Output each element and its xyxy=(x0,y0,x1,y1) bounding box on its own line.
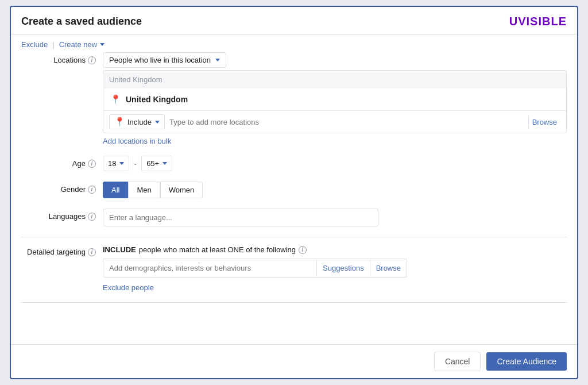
location-selected-name: United Kingdom xyxy=(126,95,188,104)
location-search-hint: United Kingdom xyxy=(103,71,566,88)
detailed-targeting-row: Detailed targeting i INCLUDE people who … xyxy=(21,245,567,292)
locations-info-icon[interactable]: i xyxy=(88,56,96,64)
include-pin-icon: 📍 xyxy=(114,117,125,127)
age-dash: - xyxy=(134,159,137,168)
include-keyword: INCLUDE xyxy=(103,245,136,254)
cancel-button[interactable]: Cancel xyxy=(434,352,481,371)
gender-all-button[interactable]: All xyxy=(103,182,128,198)
exclude-link[interactable]: Exclude xyxy=(21,40,48,49)
gender-info-icon[interactable]: i xyxy=(88,186,96,194)
location-selected-item: 📍 United Kingdom xyxy=(103,88,566,111)
languages-row: Languages i xyxy=(21,209,567,226)
languages-control xyxy=(103,209,567,226)
age-max-value: 65+ xyxy=(146,159,159,168)
chevron-down-icon xyxy=(100,43,105,46)
include-chevron-icon xyxy=(155,121,160,124)
age-min-value: 18 xyxy=(108,159,116,168)
create-audience-dialog: Create a saved audience UVISIBLE Exclude… xyxy=(10,6,578,379)
age-control: 18 - 65+ xyxy=(103,156,567,171)
location-box: United Kingdom 📍 United Kingdom 📍 Includ… xyxy=(103,70,567,133)
languages-info-icon[interactable]: i xyxy=(88,213,96,221)
location-browse-button[interactable]: Browse xyxy=(528,116,560,129)
include-label: Include xyxy=(127,118,152,126)
languages-label: Languages i xyxy=(21,209,96,221)
location-type-input[interactable] xyxy=(169,118,524,126)
age-min-dropdown[interactable]: 18 xyxy=(103,156,129,171)
dialog-title: Create a saved audience xyxy=(21,16,142,28)
description-text: people who match at least ONE of the fol… xyxy=(139,245,296,254)
gender-women-button[interactable]: Women xyxy=(160,182,203,198)
divider-1 xyxy=(21,237,567,237)
detail-desc-info-icon[interactable]: i xyxy=(299,246,307,254)
add-bulk-link[interactable]: Add locations in bulk xyxy=(103,137,171,145)
targeting-input[interactable] xyxy=(103,259,316,277)
suggestions-link[interactable]: Suggestions xyxy=(316,260,370,276)
age-label: Age i xyxy=(21,156,96,168)
detailed-targeting-description: INCLUDE people who match at least ONE of… xyxy=(103,245,567,254)
locations-control: People who live in this location United … xyxy=(103,52,567,145)
dialog-footer: Cancel Create Audience xyxy=(11,344,577,378)
location-type-dropdown[interactable]: People who live in this location xyxy=(103,52,226,68)
age-max-chevron xyxy=(163,162,167,165)
location-input-row: 📍 Include Browse xyxy=(103,111,566,133)
targeting-box: Suggestions Browse xyxy=(103,259,407,278)
age-row: Age i 18 - 65+ xyxy=(21,156,567,171)
location-type-label: People who live in this location xyxy=(109,56,211,64)
age-info-icon[interactable]: i xyxy=(88,160,96,168)
gender-label: Gender i xyxy=(21,182,96,194)
create-audience-button[interactable]: Create Audience xyxy=(486,352,567,371)
locations-row: Locations i People who live in this loca… xyxy=(21,52,567,145)
language-input[interactable] xyxy=(103,209,378,226)
age-max-dropdown[interactable]: 65+ xyxy=(141,156,172,171)
targeting-browse-link[interactable]: Browse xyxy=(370,260,407,276)
detailed-targeting-control: INCLUDE people who match at least ONE of… xyxy=(103,245,567,292)
location-type-chevron xyxy=(215,59,220,61)
create-new-label: Create new xyxy=(59,40,97,49)
location-pin-icon: 📍 xyxy=(110,94,121,105)
gender-control: All Men Women xyxy=(103,182,567,198)
divider-2 xyxy=(21,302,567,303)
age-min-chevron xyxy=(119,162,124,165)
gender-group: All Men Women xyxy=(103,182,567,198)
brand-logo: UVISIBLE xyxy=(509,15,567,28)
create-new-link[interactable]: Create new xyxy=(59,40,105,49)
exclude-people-link[interactable]: Exclude people xyxy=(103,283,154,292)
dialog-header: Create a saved audience UVISIBLE xyxy=(11,7,577,34)
dialog-body: Exclude | Create new Locations i People … xyxy=(11,34,577,344)
gender-row: Gender i All Men Women xyxy=(21,182,567,198)
include-dropdown[interactable]: 📍 Include xyxy=(109,114,165,129)
locations-label: Locations i xyxy=(21,52,96,64)
detailed-targeting-info-icon[interactable]: i xyxy=(88,248,96,256)
link-separator: | xyxy=(52,40,54,49)
gender-men-button[interactable]: Men xyxy=(128,182,160,198)
detailed-targeting-label: Detailed targeting i xyxy=(21,245,96,256)
top-links: Exclude | Create new xyxy=(21,34,567,52)
